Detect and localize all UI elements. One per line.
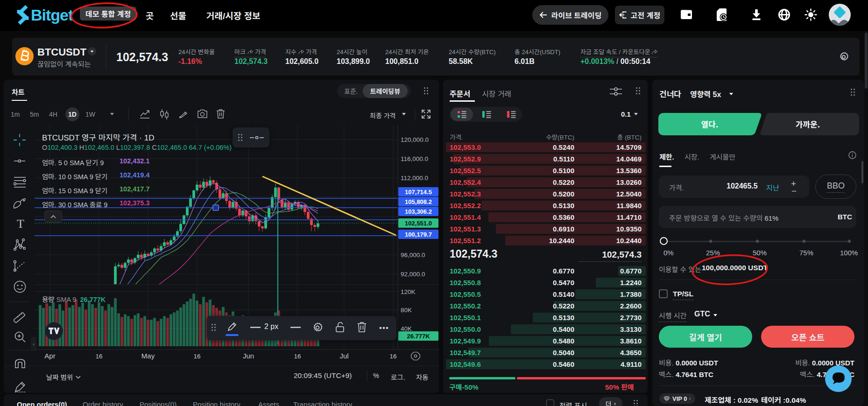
svg-text:16: 16	[95, 353, 102, 360]
svg-text:105,808.2: 105,808.2	[405, 198, 432, 205]
svg-text:116,000.0: 116,000.0	[401, 155, 428, 162]
svg-text:102,551.0: 102,551.0	[405, 220, 432, 227]
svg-text:May: May	[141, 352, 155, 360]
svg-text:120,000.0: 120,000.0	[401, 136, 429, 143]
svg-text:96,000.0: 96,000.0	[401, 252, 425, 259]
svg-text:120K: 120K	[401, 288, 416, 295]
svg-text:112,000.0: 112,000.0	[401, 175, 428, 182]
svg-text:Jul: Jul	[339, 352, 348, 360]
svg-text:26.777K: 26.777K	[407, 333, 430, 340]
svg-text:92,000.0: 92,000.0	[401, 271, 425, 278]
svg-text:가까운.: 가까운.	[796, 118, 820, 130]
svg-text:103,306.2: 103,306.2	[405, 208, 432, 215]
svg-text:40K: 40K	[401, 325, 412, 332]
svg-text:80K: 80K	[401, 307, 412, 314]
svg-text:Jun: Jun	[243, 352, 254, 360]
svg-text:100,179.7: 100,179.7	[405, 231, 432, 238]
svg-text:16: 16	[294, 353, 301, 360]
svg-text:107,714.5: 107,714.5	[405, 189, 432, 196]
svg-text:16: 16	[389, 353, 396, 360]
svg-text:Apr: Apr	[44, 352, 55, 360]
svg-text:열다.: 열다.	[701, 118, 719, 130]
svg-text:16: 16	[193, 353, 200, 360]
